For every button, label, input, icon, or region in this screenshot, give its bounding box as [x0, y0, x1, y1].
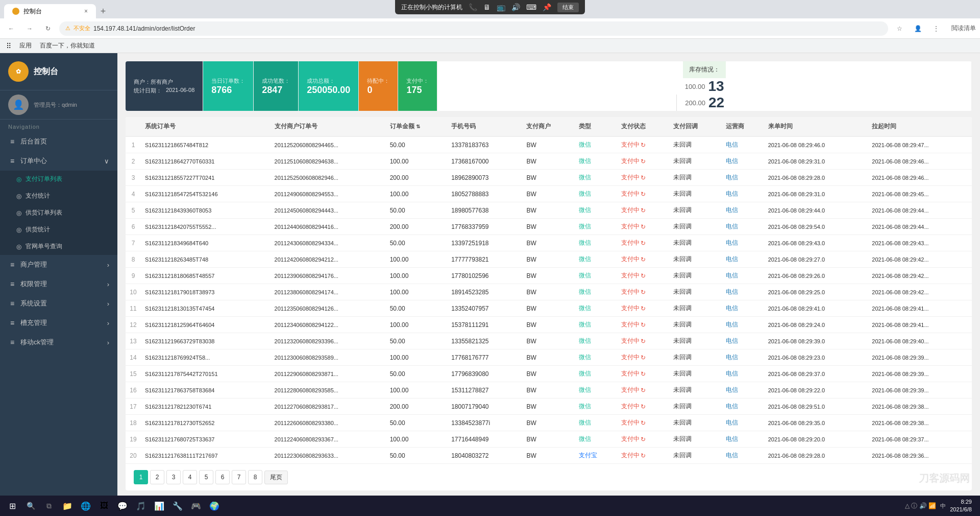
- taskbar-app5[interactable]: 🔧: [169, 498, 186, 514]
- table-row: 9 S162311218180685T48557 201123906080829…: [126, 268, 972, 284]
- refresh-icon[interactable]: ↻: [641, 223, 646, 230]
- row-merchant: BW: [522, 448, 574, 464]
- taskbar-app4[interactable]: 📊: [151, 498, 167, 514]
- sidebar-item-supply-stats[interactable]: ◎ 供货统计: [0, 221, 117, 238]
- refresh-icon[interactable]: ↻: [641, 321, 646, 329]
- sidebar-item-supply-order-list[interactable]: ◎ 供货订单列表: [0, 204, 117, 221]
- row-create-time: 2021-06-08 08:29:37.0: [764, 366, 868, 382]
- col-amount[interactable]: 订单金额 ⇅: [386, 117, 447, 136]
- row-pay-order: 2011226060808293380...: [271, 415, 386, 431]
- reload-button[interactable]: ↻: [41, 21, 55, 36]
- taskbar-app3[interactable]: 🎵: [133, 498, 149, 514]
- row-merchant: BW: [522, 349, 574, 366]
- refresh-icon[interactable]: ↻: [641, 354, 646, 361]
- page-8-button[interactable]: 8: [248, 470, 262, 484]
- remote-end-button[interactable]: 结束: [557, 3, 579, 12]
- page-2-button[interactable]: 2: [150, 470, 164, 484]
- refresh-icon[interactable]: ↻: [641, 158, 646, 165]
- refresh-icon[interactable]: ↻: [641, 338, 646, 345]
- tab-close-button[interactable]: ×: [84, 8, 88, 15]
- remote-text: 正在控制小狗的计算机: [401, 3, 462, 12]
- sidebar-item-system-label: 系统设置: [20, 299, 47, 308]
- taskbar-task-view[interactable]: ⧉: [41, 498, 57, 514]
- refresh-icon[interactable]: ↻: [641, 370, 646, 378]
- sidebar-item-system[interactable]: ≡ 系统设置 ›: [0, 294, 117, 313]
- refresh-icon[interactable]: ↻: [641, 419, 646, 427]
- sidebar-item-pay-order-list[interactable]: ◎ 支付订单列表: [0, 171, 117, 187]
- row-amount: 100.00: [386, 349, 447, 366]
- sidebar: ✿ 控制台 👤 管理员号：qdmin Navigation ≡ 后台首页 ≡ 订…: [0, 53, 117, 516]
- taskbar-file-explorer[interactable]: 📁: [59, 498, 76, 514]
- security-icon: ⚠: [65, 25, 70, 32]
- sidebar-item-official-query[interactable]: ◎ 官网单号查询: [0, 238, 117, 255]
- page-1-button[interactable]: 1: [134, 470, 148, 484]
- taskbar-datetime[interactable]: 8:29 2021/6/8: [950, 498, 972, 514]
- row-num: 3: [126, 170, 141, 186]
- back-button[interactable]: ←: [4, 21, 18, 36]
- row-pay-order: 2011227060808293817...: [271, 398, 386, 415]
- sidebar-item-mobile[interactable]: ≡ 移动ck管理 ›: [0, 333, 117, 352]
- start-button[interactable]: ⊞: [4, 498, 20, 514]
- bookmark-button[interactable]: ☆: [892, 21, 906, 36]
- table-row: 2 S162311218642770T60331 201125106080829…: [126, 153, 972, 170]
- taskbar-app1[interactable]: 🖼: [96, 498, 112, 514]
- sidebar-item-pay-stats[interactable]: ◎ 支付统计: [0, 187, 117, 204]
- taskbar-app6[interactable]: 🎮: [188, 498, 204, 514]
- taskbar: ⊞ 🔍 ⧉ 📁 🌐 🖼 💬 🎵 📊 🔧 🎮 🌍 △ ⓘ 🔊 📶 中 8:29 2…: [0, 496, 980, 516]
- mobile-icon: ≡: [8, 338, 16, 346]
- bookmark-baidu[interactable]: 百度一下，你就知道: [40, 41, 95, 50]
- refresh-icon[interactable]: ↻: [641, 403, 646, 410]
- sidebar-item-recharge[interactable]: ≡ 槽充管理 ›: [0, 313, 117, 333]
- taskbar-chrome[interactable]: 🌍: [206, 498, 223, 514]
- profile-button[interactable]: 👤: [911, 21, 925, 36]
- row-callback: 未回调: [669, 170, 721, 186]
- refresh-icon[interactable]: ↻: [641, 289, 646, 296]
- refresh-icon[interactable]: ↻: [641, 142, 646, 149]
- row-sys-order: S162311218642770T60331: [141, 153, 271, 170]
- row-channel: 电信: [722, 317, 764, 333]
- row-pull-time: 2021-06-08 08:29:42...: [868, 251, 972, 268]
- row-pull-time: 2021-06-08 08:29:36...: [868, 448, 972, 464]
- row-pay-order: 2011228060808293585...: [271, 382, 386, 398]
- refresh-icon[interactable]: ↻: [641, 436, 646, 443]
- new-tab-button[interactable]: +: [96, 4, 110, 18]
- address-bar[interactable]: ⚠ 不安全 154.197.48.141/admin/order/listOrd…: [59, 21, 888, 36]
- bookmark-apps[interactable]: 应用: [19, 41, 32, 50]
- refresh-icon[interactable]: ↻: [641, 452, 646, 459]
- refresh-icon[interactable]: ↻: [641, 174, 646, 181]
- sidebar-item-home[interactable]: ≡ 后台首页: [0, 132, 117, 151]
- last-page-button[interactable]: 尾页: [264, 471, 288, 484]
- col-type: 类型: [575, 117, 617, 136]
- sidebar-item-order[interactable]: ≡ 订单中心 ∨: [0, 151, 117, 171]
- table-row: 3 S162311218557227T70241 201125250060808…: [126, 170, 972, 186]
- page-7-button[interactable]: 7: [232, 470, 246, 484]
- sidebar-item-merchant[interactable]: ≡ 商户管理 ›: [0, 255, 117, 274]
- row-status: 支付中 ↻: [617, 431, 669, 448]
- reading-mode-button[interactable]: 閲读清单: [951, 24, 976, 33]
- refresh-icon[interactable]: ↻: [641, 305, 646, 312]
- taskbar-search[interactable]: 🔍: [22, 498, 39, 514]
- page-3-button[interactable]: 3: [166, 470, 181, 484]
- refresh-icon[interactable]: ↻: [641, 191, 646, 198]
- sidebar-item-permission[interactable]: ≡ 权限管理 ›: [0, 274, 117, 294]
- menu-button[interactable]: ⋮: [929, 21, 943, 36]
- refresh-icon[interactable]: ↻: [641, 240, 646, 247]
- forward-button[interactable]: →: [22, 21, 37, 36]
- table-wrapper: 系统订单号 支付商户订单号 订单金额 ⇅ 手机号码 支付商户 类型 支付状态 支…: [126, 117, 972, 464]
- refresh-icon[interactable]: ↻: [641, 256, 646, 263]
- refresh-icon[interactable]: ↻: [641, 272, 646, 279]
- taskbar-edge[interactable]: 🌐: [78, 498, 94, 514]
- page-6-button[interactable]: 6: [215, 470, 230, 484]
- row-type: 支付宝: [575, 448, 617, 464]
- taskbar-app2[interactable]: 💬: [114, 498, 131, 514]
- pin-icon: 📌: [543, 3, 551, 11]
- refresh-icon[interactable]: ↻: [641, 387, 646, 394]
- page-5-button[interactable]: 5: [199, 470, 213, 484]
- page-4-button[interactable]: 4: [183, 470, 197, 484]
- active-tab[interactable]: 控制台 ×: [4, 4, 96, 18]
- refresh-icon[interactable]: ↻: [641, 207, 646, 214]
- row-pay-order: 2011252060808294465...: [271, 136, 386, 153]
- row-num: 4: [126, 186, 141, 202]
- row-status: 支付中 ↻: [617, 349, 669, 366]
- row-pull-time: 2021-06-08 08:29:44...: [868, 202, 972, 219]
